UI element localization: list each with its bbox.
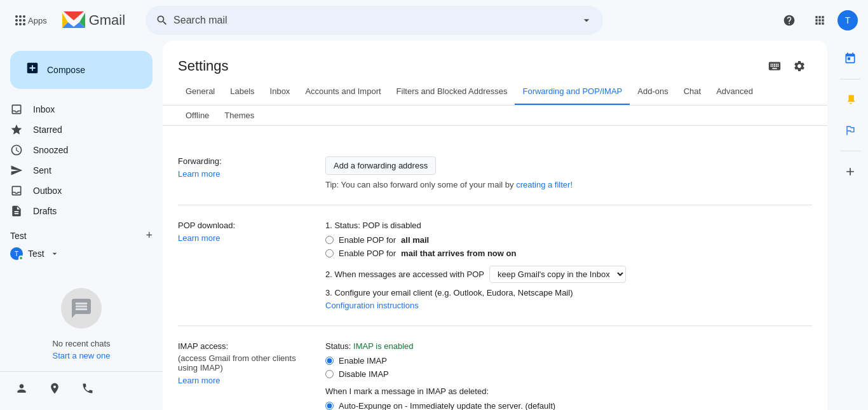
pop-radio-now-bold: mail that arrives from now on bbox=[401, 249, 516, 258]
star-icon bbox=[10, 123, 23, 136]
tab-labels[interactable]: Labels bbox=[222, 79, 262, 106]
tab-addons[interactable]: Add-ons bbox=[630, 79, 675, 106]
location-button[interactable] bbox=[43, 377, 66, 400]
pop-learn-more-link[interactable]: Learn more bbox=[178, 233, 220, 243]
phone-button[interactable] bbox=[76, 377, 99, 400]
pop-radio-all-mail[interactable]: Enable POP for all mail bbox=[325, 235, 812, 245]
main-content: Settings General Labels Inbox Accounts a… bbox=[163, 41, 827, 410]
imap-enable-input[interactable] bbox=[325, 357, 334, 365]
test-section-label: Test bbox=[10, 231, 27, 241]
when-accessed-row: 2. When messages are accessed with POP k… bbox=[325, 266, 812, 283]
imap-radio-group: Enable IMAP Disable IMAP bbox=[325, 356, 812, 379]
when-accessed-label: 2. When messages are accessed with POP bbox=[325, 270, 484, 279]
tab-advanced[interactable]: Advanced bbox=[709, 79, 761, 106]
expand-button[interactable] bbox=[837, 159, 863, 184]
help-button[interactable] bbox=[776, 8, 802, 33]
search-container[interactable] bbox=[146, 6, 603, 35]
sidebar-item-sent[interactable]: Sent bbox=[0, 160, 153, 181]
outbox-label: Outbox bbox=[33, 186, 62, 196]
drafts-label: Drafts bbox=[33, 206, 57, 216]
gmail-m-icon bbox=[62, 11, 85, 29]
imap-status-prefix: Status: bbox=[325, 341, 353, 351]
pop-download-row: POP download: Learn more 1. Status: POP … bbox=[178, 205, 812, 326]
topbar: Apps Gmail T bbox=[0, 0, 868, 41]
tab-filters[interactable]: Filters and Blocked Addresses bbox=[389, 79, 515, 106]
sidebar-item-snoozed[interactable]: Snoozed bbox=[0, 140, 153, 160]
pop-status-text: 1. Status: POP is disabled bbox=[325, 221, 812, 230]
imap-disable-label: Disable IMAP bbox=[339, 369, 389, 379]
apps-menu[interactable]: Apps bbox=[10, 13, 52, 28]
no-chats-text: No recent chats bbox=[10, 339, 153, 348]
tab-inbox[interactable]: Inbox bbox=[262, 79, 298, 106]
imap-learn-more-link[interactable]: Learn more bbox=[178, 376, 220, 385]
create-filter-link[interactable]: creating a filter! bbox=[516, 180, 573, 189]
tab-forwarding[interactable]: Forwarding and POP/IMAP bbox=[515, 79, 630, 106]
pop-radio-all-prefix: Enable POP for bbox=[339, 235, 396, 245]
forwarding-label: Forwarding: bbox=[178, 156, 305, 166]
imap-row: IMAP access: (access Gmail from other cl… bbox=[178, 326, 812, 410]
keyboard-icon bbox=[768, 59, 782, 73]
pop-value-col: 1. Status: POP is disabled Enable POP fo… bbox=[325, 221, 812, 310]
compose-plus-icon bbox=[25, 61, 39, 79]
forwarding-learn-more-link[interactable]: Learn more bbox=[178, 169, 220, 179]
avatar[interactable]: T bbox=[837, 10, 858, 31]
right-panel bbox=[832, 41, 868, 410]
calendar-button[interactable] bbox=[837, 46, 863, 71]
search-input[interactable] bbox=[173, 15, 575, 26]
gmail-title: Gmail bbox=[89, 12, 125, 29]
settings-header: Settings bbox=[163, 41, 827, 79]
add-icon bbox=[844, 165, 857, 178]
config-instructions-link[interactable]: Configuration instructions bbox=[325, 301, 419, 310]
tab-accounts[interactable]: Accounts and Import bbox=[297, 79, 388, 106]
sidebar-item-outbox[interactable]: Outbox bbox=[0, 181, 153, 201]
test-section-add-icon[interactable]: + bbox=[146, 229, 153, 242]
pop-radio-from-now[interactable]: Enable POP for mail that arrives from no… bbox=[325, 249, 812, 258]
starred-label: Starred bbox=[33, 125, 62, 135]
add-account-button[interactable] bbox=[10, 377, 33, 400]
sidebar-item-inbox[interactable]: Inbox bbox=[0, 99, 153, 120]
inbox-icon bbox=[10, 103, 23, 116]
auto-expunge-on-radio[interactable]: Auto-Expunge on - Immediately update the… bbox=[325, 401, 812, 410]
pop-radio-now-input[interactable] bbox=[325, 249, 334, 257]
search-dropdown-icon[interactable] bbox=[580, 14, 593, 27]
pop-radio-all-bold: all mail bbox=[401, 235, 429, 245]
apps-button[interactable] bbox=[807, 8, 832, 33]
imap-disable-radio[interactable]: Disable IMAP bbox=[325, 369, 812, 379]
settings-gear-button[interactable] bbox=[787, 53, 812, 79]
test-account-row[interactable]: T Test bbox=[0, 245, 163, 263]
forwarding-label-col: Forwarding: Learn more bbox=[178, 156, 305, 189]
tasks-button[interactable] bbox=[837, 118, 863, 143]
imap-disable-input[interactable] bbox=[325, 370, 334, 378]
sidebar-bottom bbox=[0, 371, 163, 405]
pop-action-select[interactable]: keep Gmail's copy in the Inbox bbox=[489, 266, 626, 283]
auto-expunge-on-input[interactable] bbox=[325, 402, 334, 410]
sidebar-item-drafts[interactable]: Drafts bbox=[0, 201, 153, 221]
pop-label: POP download: bbox=[178, 221, 305, 230]
tab-general[interactable]: General bbox=[178, 79, 222, 106]
add-forwarding-button[interactable]: Add a forwarding address bbox=[325, 156, 436, 175]
panel-divider-2 bbox=[840, 151, 860, 151]
test-section-header[interactable]: Test + bbox=[0, 226, 163, 245]
when-deleted-label: When I mark a message in IMAP as deleted… bbox=[325, 386, 812, 396]
start-new-chat-link[interactable]: Start a new one bbox=[10, 351, 153, 360]
search-bar bbox=[146, 6, 603, 35]
subtab-offline[interactable]: Offline bbox=[178, 106, 217, 125]
pop-radio-all-input[interactable] bbox=[325, 236, 334, 244]
keep-button[interactable] bbox=[837, 87, 863, 113]
imap-enable-radio[interactable]: Enable IMAP bbox=[325, 356, 812, 366]
imap-sublabel: (access Gmail from other clients using I… bbox=[178, 353, 305, 372]
imap-value-col: Status: IMAP is enabled Enable IMAP Disa… bbox=[325, 341, 812, 410]
sidebar-item-starred[interactable]: Starred bbox=[0, 120, 153, 140]
tab-chat[interactable]: Chat bbox=[676, 79, 709, 106]
draft-icon bbox=[10, 205, 23, 217]
topbar-right: T bbox=[776, 8, 858, 33]
keep-icon bbox=[844, 93, 857, 106]
subtab-themes[interactable]: Themes bbox=[217, 106, 262, 125]
search-icon bbox=[156, 14, 168, 27]
keyboard-shortcuts-button[interactable] bbox=[768, 59, 782, 73]
compose-button[interactable]: Compose bbox=[10, 51, 153, 89]
imap-label: IMAP access: bbox=[178, 341, 305, 351]
configure-label: 3. Configure your email client bbox=[325, 288, 432, 297]
settings-tabs: General Labels Inbox Accounts and Import… bbox=[163, 79, 827, 106]
clock-icon bbox=[10, 144, 23, 156]
